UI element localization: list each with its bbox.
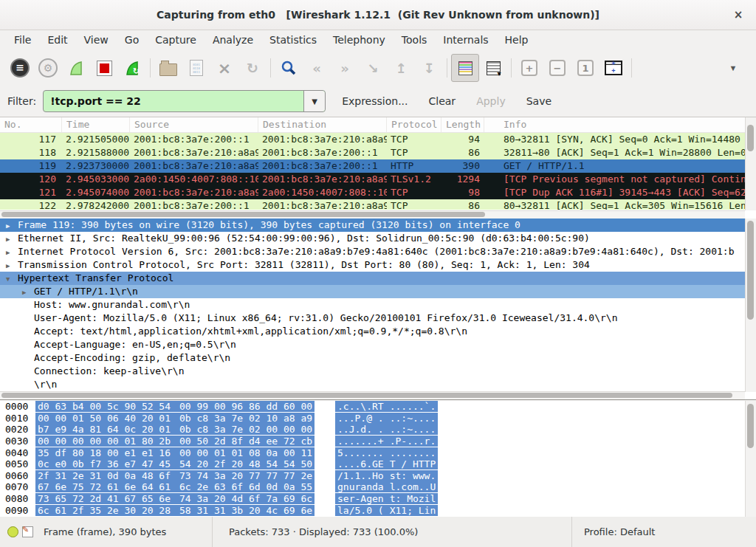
- menu-item[interactable]: Analyze: [205, 30, 261, 50]
- scrollbar-thumb[interactable]: [747, 221, 754, 320]
- toolbar-capture-options-button[interactable]: [34, 54, 62, 82]
- filter-input[interactable]: !tcp.port == 22: [43, 90, 326, 112]
- detail-line[interactable]: Accept: text/html,application/xhtml+xml,…: [0, 325, 756, 338]
- packet-row[interactable]: 122 2.978242000 2001:bc8:3a7e:200::1 200…: [0, 199, 745, 210]
- toolbar-colorize-button[interactable]: [451, 54, 479, 82]
- toolbar-capture-start-button[interactable]: [62, 54, 90, 82]
- hex-bytes: 74 3a 20 4d 6f 7a 69 6c: [179, 493, 312, 504]
- expression-button[interactable]: Expression...: [342, 95, 408, 107]
- toolbar-open-file-button[interactable]: [154, 54, 182, 82]
- detail-line[interactable]: Accept-Language: en-US,en;q=0.5\r\n: [0, 338, 756, 351]
- menu-item[interactable]: Statistics: [261, 30, 325, 50]
- toolbar-zoom-in-button[interactable]: [515, 54, 543, 82]
- detail-line[interactable]: ▶Frame 119: 390 bytes on wire (3120 bits…: [0, 219, 756, 232]
- toolbar-go-bottom-button[interactable]: [415, 54, 443, 82]
- toolbar-overflow-button[interactable]: [719, 54, 747, 82]
- hex-row[interactable]: 007067 6e 75 72 61 6e 64 616c 2e 63 6f 6…: [0, 481, 756, 493]
- clear-button[interactable]: Clear: [429, 95, 456, 107]
- menu-item[interactable]: Capture: [147, 30, 205, 50]
- detail-line[interactable]: \r\n: [0, 378, 756, 391]
- toolbar-go-forward-button[interactable]: [331, 54, 359, 82]
- hex-row[interactable]: 004035 df 80 18 00 e1 e1 1600 00 01 01 0…: [0, 447, 756, 459]
- toolbar-save-file-button[interactable]: [182, 54, 210, 82]
- capture-comment-icon[interactable]: [22, 526, 33, 537]
- hex-row[interactable]: 00500c e0 0b f7 36 e7 47 4554 20 2f 20 4…: [0, 458, 756, 470]
- toolbar-resize-columns-button[interactable]: [599, 54, 628, 82]
- toolbar-zoom-out-button[interactable]: [543, 54, 571, 82]
- hex-row[interactable]: 008073 65 72 2d 41 67 65 6e74 3a 20 4d 6…: [0, 493, 756, 505]
- column-header-length[interactable]: Length: [441, 117, 484, 132]
- menu-item[interactable]: Tools: [394, 30, 436, 50]
- column-header-info[interactable]: Info: [484, 117, 756, 132]
- scrollbar-thumb[interactable]: [1, 393, 732, 398]
- cell-time: 2.945033000: [62, 173, 130, 186]
- scrollbar-thumb[interactable]: [747, 404, 754, 448]
- toolbar-go-top-button[interactable]: [387, 54, 415, 82]
- menu-item[interactable]: Internals: [435, 30, 496, 50]
- close-window-button[interactable]: [728, 0, 749, 30]
- packet-row[interactable]: 117 2.921505000 2001:bc8:3a7e:200::1 200…: [0, 133, 745, 146]
- column-header-source[interactable]: Source: [130, 117, 258, 132]
- detail-line[interactable]: ▶Internet Protocol Version 6, Src: 2001:…: [0, 245, 756, 258]
- packet-list-horizontal-scrollbar[interactable]: [0, 210, 745, 219]
- menu-item[interactable]: Go: [117, 30, 147, 50]
- hex-row[interactable]: 001000 00 01 50 06 40 20 010b c8 3a 7e 0…: [0, 413, 756, 424]
- toolbar-capture-stop-button[interactable]: [90, 54, 118, 82]
- details-horizontal-scrollbar[interactable]: [0, 391, 745, 399]
- menu-item[interactable]: Telephony: [325, 30, 394, 50]
- menu-item[interactable]: Help: [497, 30, 537, 50]
- hex-row[interactable]: 0020b7 e9 4a 81 64 0c 20 010b c8 3a 7e 0…: [0, 424, 756, 436]
- toolbar-find-packet-button[interactable]: [275, 54, 303, 82]
- toolbar-interfaces-button[interactable]: [6, 54, 34, 82]
- details-vertical-scrollbar[interactable]: [745, 219, 756, 392]
- expander-triangle-icon[interactable]: ▶: [6, 219, 18, 233]
- hex-bytes: b7 e9 4a 81 64 0c 20 01: [38, 424, 171, 435]
- go-bottom-icon: [423, 61, 434, 76]
- toolbar-reload-button[interactable]: [238, 54, 267, 82]
- toolbar-auto-scroll-button[interactable]: [479, 54, 507, 82]
- packet-row[interactable]: 121 2.945074000 2001:bc8:3a7e:210:a8a9 2…: [0, 186, 745, 199]
- detail-line[interactable]: ▶Transmission Control Protocol, Src Port…: [0, 258, 756, 272]
- expander-triangle-icon[interactable]: ▶: [6, 259, 18, 272]
- menu-item[interactable]: View: [76, 30, 117, 50]
- apply-button[interactable]: Apply: [476, 95, 506, 107]
- detail-line[interactable]: Accept-Encoding: gzip, deflate\r\n: [0, 351, 756, 365]
- hex-row[interactable]: 00906c 61 2f 35 2e 30 20 2858 31 31 3b 2…: [0, 505, 756, 517]
- column-header-time[interactable]: Time: [62, 117, 130, 132]
- hex-row[interactable]: 0000d0 63 b4 00 5c 90 52 5400 99 00 96 8…: [0, 401, 756, 413]
- detail-line[interactable]: User-Agent: Mozilla/5.0 (X11; Linux x86_…: [0, 312, 756, 325]
- scrollbar-thumb[interactable]: [1, 212, 485, 217]
- detail-line[interactable]: ▼Hypertext Transfer Protocol: [0, 272, 756, 285]
- packet-row[interactable]: 119 2.923730000 2001:bc8:3a7e:210:a8a9 2…: [0, 159, 745, 173]
- detail-line[interactable]: ▶GET / HTTP/1.1\r\n: [0, 285, 756, 298]
- save-button[interactable]: Save: [526, 95, 551, 107]
- detail-line[interactable]: Host: www.gnurandal.com\r\n: [0, 298, 756, 312]
- status-profile[interactable]: Profile: Default: [584, 526, 655, 537]
- column-header-destination[interactable]: Destination: [258, 117, 387, 132]
- detail-line[interactable]: ▶Ethernet II, Src: RealtekU_99:00:96 (52…: [0, 232, 756, 245]
- expander-triangle-icon[interactable]: ▼: [6, 272, 18, 286]
- ascii-bytes: t: Mozil: [390, 493, 436, 504]
- column-header-protocol[interactable]: Protocol: [387, 117, 441, 132]
- packet-row[interactable]: 120 2.945033000 2a00:1450:4007:808::10 2…: [0, 173, 745, 186]
- toolbar-go-to-packet-button[interactable]: [359, 54, 387, 82]
- expert-info-icon[interactable]: [7, 526, 18, 537]
- filter-dropdown-button[interactable]: [303, 91, 325, 111]
- column-header-no[interactable]: No.: [0, 117, 62, 132]
- expander-triangle-icon[interactable]: ▶: [6, 246, 18, 259]
- expander-triangle-icon[interactable]: ▶: [22, 286, 34, 299]
- hex-row[interactable]: 00602f 31 2e 31 0d 0a 48 6f73 74 3a 20 7…: [0, 470, 756, 482]
- packet-list-vertical-scrollbar[interactable]: [745, 117, 756, 210]
- menu-item[interactable]: Edit: [39, 30, 75, 50]
- packet-row[interactable]: 118 2.921588000 2001:bc8:3a7e:210:a8a9 2…: [0, 146, 745, 159]
- toolbar-zoom-100-button[interactable]: [571, 54, 599, 82]
- toolbar-capture-restart-button[interactable]: [118, 54, 146, 82]
- toolbar-close-capture-button[interactable]: [210, 54, 238, 82]
- hex-vertical-scrollbar[interactable]: [745, 401, 756, 517]
- scrollbar-thumb[interactable]: [747, 125, 754, 151]
- detail-line[interactable]: Connection: keep-alive\r\n: [0, 365, 756, 378]
- toolbar-go-back-button[interactable]: [303, 54, 331, 82]
- expander-triangle-icon[interactable]: ▶: [6, 233, 18, 246]
- hex-row[interactable]: 003000 00 00 00 00 01 80 2b00 50 2d 8f d…: [0, 436, 756, 447]
- menu-item[interactable]: File: [6, 30, 39, 50]
